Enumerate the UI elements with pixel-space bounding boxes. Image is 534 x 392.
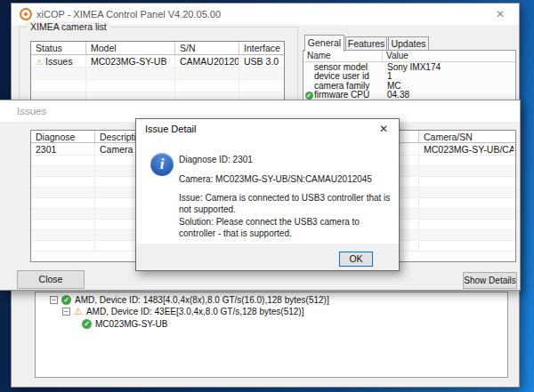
close-icon[interactable]: ✕	[368, 119, 399, 139]
issues-window-title: Issues	[17, 100, 46, 122]
issue-diagnose-id: 2301	[31, 143, 95, 155]
dialog-title: Issue Detail	[145, 119, 196, 139]
empty-row	[31, 80, 284, 92]
ok-check-icon: ✓	[61, 295, 71, 305]
desktop: xiCOP - XIMEA Control Panel V4.20.05.00 …	[0, 0, 534, 392]
property-row[interactable]: sensor model Sony IMX174	[303, 62, 515, 72]
property-name: camera family	[314, 81, 383, 91]
issue-line: Issue: Camera is connected to USB3 contr…	[179, 193, 394, 215]
camera-line: Camera: MC023MG-SY-UB/SN:CAMAU2012045	[179, 174, 394, 186]
xicop-app-icon	[20, 8, 32, 20]
property-value: 1	[383, 71, 514, 81]
column-header-status[interactable]: Status	[31, 42, 86, 54]
column-header-interface[interactable]: Interface	[239, 42, 283, 54]
collapse-icon[interactable]: −	[50, 296, 58, 304]
tab-updates[interactable]: Updates	[388, 36, 429, 51]
tree-item-child-controller[interactable]: − ⚠ AMD, Device ID: 43EE[3.0,4x,8.0 GT/s…	[36, 305, 507, 317]
close-button[interactable]: Close	[17, 270, 85, 289]
tab-features[interactable]: Features	[345, 36, 387, 51]
ok-check-icon: ✓	[305, 92, 313, 100]
tree-item-label: AMD, Device ID: 1483[4.0,4x(8x),8.0 GT/s…	[75, 295, 329, 305]
camera-status: Issues	[45, 56, 72, 67]
camera-list-table: Status Model S/N Interface ⚠Issues MC023…	[30, 41, 285, 103]
tree-item-root-controller[interactable]: − ✓ AMD, Device ID: 1483[4.0,4x(8x),8.0 …	[36, 292, 507, 305]
property-name: firmware CPU	[314, 90, 383, 100]
solution-line: Solution: Please connect the USB3 camera…	[179, 217, 394, 239]
tree-item-label: MC023MG-SY-UB	[95, 319, 167, 329]
diagnose-id-line: Diagnose ID: 2301	[179, 155, 394, 166]
column-header-sn[interactable]: S/N	[175, 42, 239, 54]
column-header-diagnose[interactable]: Diagnose	[31, 131, 95, 142]
collapse-icon[interactable]: −	[62, 308, 70, 316]
property-row[interactable]: ✓ firmware CPU 04.38	[303, 91, 515, 100]
column-header-value[interactable]: Value	[383, 51, 514, 61]
property-value: Sony IMX174	[383, 62, 514, 72]
property-row[interactable]: camera family MC	[303, 81, 515, 91]
camera-table-row[interactable]: ⚠Issues MC023MG-SY-UB CAMAU2012045 USB 3…	[31, 55, 284, 68]
pcie-tree-panel: − ✓ AMD, Device ID: 1483[4.0,4x(8x),8.0 …	[35, 292, 508, 378]
camera-interface: USB 3.0	[239, 55, 283, 67]
warning-icon: ⚠	[74, 307, 83, 316]
property-name: sensor model	[314, 62, 383, 72]
ok-check-icon: ✓	[82, 319, 92, 329]
column-header-camera-sn[interactable]: Camera/SN	[419, 131, 514, 142]
info-icon: i	[150, 153, 174, 176]
close-icon[interactable]: ✕	[481, 4, 519, 25]
camera-list-group-label: XIMEA camera list	[27, 21, 110, 32]
empty-row	[31, 68, 284, 80]
ok-button[interactable]: OK	[339, 252, 373, 267]
camera-model: MC023MG-SY-UB	[86, 55, 175, 67]
warning-icon: ⚠	[36, 58, 43, 67]
tab-general[interactable]: General	[304, 35, 344, 52]
tree-item-camera[interactable]: ✓ MC023MG-SY-UB	[36, 317, 507, 330]
issue-detail-dialog: Issue Detail ✕ i Diagnose ID: 2301 Camer…	[135, 118, 400, 271]
property-row[interactable]: device user id 1	[303, 72, 515, 82]
issue-camera-sn: MC023MG-SY-UB/CAMAU2...	[419, 143, 514, 155]
properties-header: Name Value	[303, 51, 515, 62]
camera-table-header: Status Model S/N Interface	[31, 42, 284, 55]
property-value: 04.38	[383, 90, 514, 100]
tree-item-label: AMD, Device ID: 43EE[3.0,4x,8.0 GT/s,128…	[86, 307, 304, 316]
property-name: device user id	[314, 71, 383, 81]
camera-serial: CAMAU2012045	[175, 55, 239, 67]
general-tab-panel: Name Value sensor model Sony IMX174 devi…	[303, 50, 516, 105]
column-header-name[interactable]: Name	[303, 51, 383, 61]
dialog-titlebar[interactable]: Issue Detail ✕	[136, 119, 399, 139]
column-header-model[interactable]: Model	[86, 42, 175, 54]
property-value: MC	[383, 81, 514, 91]
show-details-button[interactable]: Show Details	[463, 272, 517, 289]
